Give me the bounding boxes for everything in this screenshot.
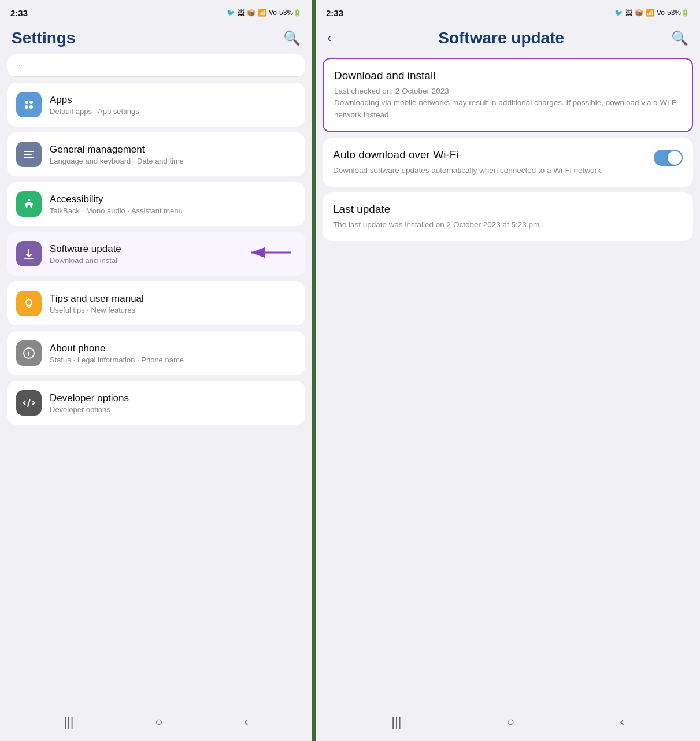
about-icon: i (16, 340, 42, 366)
about-item[interactable]: i About phone Status · Legal information… (7, 331, 305, 375)
partial-item: ... (7, 54, 305, 77)
download-install-item[interactable]: Download and install Last checked on: 2 … (324, 59, 692, 131)
left-screen-title: Settings (12, 29, 75, 47)
svg-point-3 (29, 105, 33, 109)
about-subtitle: Status · Legal information · Phone name (50, 355, 296, 364)
left-settings-list: ... Apps Default apps · App settings (0, 54, 312, 706)
about-text: About phone Status · Legal information ·… (50, 343, 296, 364)
tips-title: Tips and user manual (50, 293, 296, 305)
accessibility-item[interactable]: Accessibility TalkBack · Mono audio · As… (7, 182, 305, 226)
tips-text: Tips and user manual Useful tips · New f… (50, 293, 296, 314)
svg-rect-5 (24, 154, 32, 155)
svg-line-14 (28, 399, 30, 407)
download-install-card[interactable]: Download and install Last checked on: 2 … (323, 58, 693, 132)
apps-item[interactable]: Apps Default apps · App settings (7, 83, 305, 127)
apps-card: Apps Default apps · App settings (7, 83, 305, 127)
toggle-thumb (668, 151, 682, 165)
tips-subtitle: Useful tips · New features (50, 306, 296, 314)
right-panel: 2:33 🐦 🖼 📦 📶 Vo 53%🔋 ‹ Software update 🔍… (316, 0, 700, 741)
general-subtitle: Language and keyboard · Date and time (50, 157, 296, 165)
right-battery-text: 53%🔋 (667, 9, 690, 17)
right-nav-home[interactable]: ○ (507, 714, 514, 729)
download-install-title: Download and install (334, 69, 682, 82)
software-update-icon (16, 241, 42, 266)
right-screen-title: Software update (438, 29, 564, 47)
right-nav-menu[interactable]: ||| (391, 714, 401, 729)
left-gallery-icon: 🖼 (238, 9, 245, 17)
general-title: General management (50, 144, 296, 155)
left-screen-header: Settings 🔍 (0, 23, 312, 54)
left-lock-icon: 📦 (247, 9, 255, 17)
left-bottom-nav: ||| ○ ‹ (0, 706, 312, 741)
svg-point-7 (28, 199, 30, 201)
apps-subtitle: Default apps · App settings (50, 107, 296, 116)
last-update-item[interactable]: Last update The last update was installe… (323, 192, 693, 241)
left-status-time: 2:33 (10, 8, 28, 18)
svg-rect-6 (24, 157, 34, 158)
developer-item[interactable]: Developer options Developer options (7, 381, 305, 425)
apps-text: Apps Default apps · App settings (50, 94, 296, 116)
last-update-desc: The last update was installed on 2 Octob… (333, 219, 683, 231)
developer-card: Developer options Developer options (7, 381, 305, 425)
tips-item[interactable]: Tips and user manual Useful tips · New f… (7, 281, 305, 325)
general-card: General management Language and keyboard… (7, 132, 305, 176)
right-back-button[interactable]: ‹ (327, 31, 331, 46)
general-icon (16, 142, 42, 167)
svg-point-0 (25, 101, 28, 104)
svg-text:i: i (28, 349, 30, 358)
left-search-button[interactable]: 🔍 (283, 30, 301, 46)
accessibility-subtitle: TalkBack · Mono audio · Assistant menu (50, 206, 296, 215)
right-bottom-nav: ||| ○ ‹ (316, 706, 700, 741)
right-status-time: 2:33 (326, 8, 343, 18)
developer-title: Developer options (50, 392, 296, 404)
about-title: About phone (50, 343, 296, 354)
developer-subtitle: Developer options (50, 405, 296, 414)
accessibility-title: Accessibility (50, 194, 296, 205)
tips-icon (16, 291, 42, 316)
right-nav-back[interactable]: ‹ (620, 714, 624, 729)
top-partial-card: ... (7, 54, 305, 77)
right-gallery-icon: 🖼 (625, 9, 632, 17)
software-update-title: Software update (50, 243, 296, 255)
last-update-title: Last update (333, 203, 683, 216)
left-bird-icon: 🐦 (227, 9, 235, 17)
auto-download-desc: Download software updates automatically … (333, 165, 647, 176)
right-search-button[interactable]: 🔍 (671, 30, 688, 46)
download-install-desc: Last checked on: 2 October 2023Downloadi… (334, 86, 682, 121)
left-status-bar: 2:33 🐦 🖼 📦 📶 Vo 53%🔋 (0, 0, 312, 23)
left-status-icons: 🐦 🖼 📦 📶 Vo 53%🔋 (227, 9, 302, 17)
auto-download-card: Auto download over Wi-Fi Download softwa… (323, 138, 693, 187)
svg-point-2 (25, 105, 28, 109)
right-status-icons: 🐦 🖼 📦 📶 Vo 53%🔋 (614, 9, 690, 17)
about-card: i About phone Status · Legal information… (7, 331, 305, 375)
software-update-item[interactable]: Software update Download and install (7, 232, 305, 276)
left-panel: 2:33 🐦 🖼 📦 📶 Vo 53%🔋 Settings 🔍 ... (0, 0, 312, 741)
software-update-subtitle: Download and install (50, 256, 296, 265)
auto-download-item[interactable]: Auto download over Wi-Fi Download softwa… (323, 138, 693, 187)
svg-rect-8 (24, 258, 34, 259)
right-screen-header: ‹ Software update 🔍 (316, 23, 700, 54)
right-signal-text: Vo (657, 9, 665, 17)
software-update-text: Software update Download and install (50, 243, 296, 265)
general-item[interactable]: General management Language and keyboard… (7, 132, 305, 176)
left-wifi-icon: 📶 (258, 9, 266, 17)
general-text: General management Language and keyboard… (50, 144, 296, 165)
svg-rect-4 (24, 151, 34, 152)
apps-title: Apps (50, 94, 296, 106)
last-update-card: Last update The last update was installe… (323, 192, 693, 241)
right-wifi-icon: 📶 (646, 9, 654, 17)
left-nav-menu[interactable]: ||| (64, 714, 73, 729)
auto-download-text: Auto download over Wi-Fi Download softwa… (333, 149, 647, 176)
left-nav-home[interactable]: ○ (155, 714, 162, 729)
right-status-bar: 2:33 🐦 🖼 📦 📶 Vo 53%🔋 (316, 0, 700, 23)
developer-icon (16, 390, 42, 416)
left-battery-text: 53%🔋 (279, 9, 302, 17)
tips-card: Tips and user manual Useful tips · New f… (7, 281, 305, 325)
accessibility-icon (16, 191, 42, 217)
left-signal-text: Vo (269, 9, 277, 17)
apps-icon (16, 92, 42, 117)
right-bird-icon: 🐦 (614, 9, 623, 17)
left-nav-back[interactable]: ‹ (244, 714, 248, 729)
software-update-content: Download and install Last checked on: 2 … (316, 54, 700, 706)
auto-download-toggle[interactable] (654, 150, 683, 166)
